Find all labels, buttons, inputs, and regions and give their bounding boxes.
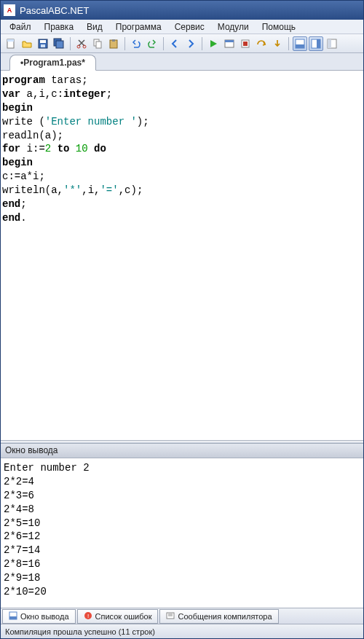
code-token: '*'	[63, 184, 82, 196]
menu-edit[interactable]: Правка	[39, 20, 80, 34]
bottom-tabstrip: Окно вывода ! Список ошибок Сообщения ко…	[1, 608, 363, 624]
bottom-tab-errors[interactable]: ! Список ошибок	[77, 609, 159, 624]
undo-icon[interactable]	[129, 36, 143, 51]
svg-rect-22	[328, 39, 331, 48]
code-token: var	[2, 88, 20, 100]
app-window: A PascalABC.NET Файл Правка Вид Программ…	[0, 0, 364, 639]
code-token: end	[2, 212, 20, 224]
copy-icon[interactable]	[90, 36, 105, 51]
code-token: writeln(a,	[2, 184, 63, 196]
code-token: ,c);	[119, 184, 143, 196]
nav-back-icon[interactable]	[167, 36, 182, 51]
save-all-icon[interactable]	[52, 36, 66, 51]
code-token: write (	[2, 116, 45, 128]
menu-program[interactable]: Программа	[110, 20, 167, 34]
save-icon[interactable]	[36, 36, 50, 51]
svg-rect-20	[317, 39, 320, 48]
code-token: for	[2, 143, 20, 154]
output-panel[interactable]: Enter number 2 2*2=4 2*3=6 2*4=8 2*5=10 …	[1, 458, 363, 608]
code-token: ;	[20, 198, 26, 210]
stepover-icon[interactable]	[254, 36, 269, 51]
nav-fwd-icon[interactable]	[183, 36, 198, 51]
code-token: to	[58, 143, 70, 154]
output-line: 2*2=4	[4, 476, 34, 487]
code-token	[88, 143, 94, 154]
app-icon: A	[4, 4, 15, 16]
stepin-icon[interactable]	[270, 36, 285, 51]
code-token: ;	[106, 88, 112, 100]
menu-view[interactable]: Вид	[81, 20, 108, 34]
output-line: 2*3=6	[4, 490, 34, 501]
redo-icon[interactable]	[145, 36, 159, 51]
watch-panel-icon[interactable]	[325, 36, 339, 51]
svg-rect-14	[225, 40, 234, 42]
toolbar-separator	[70, 37, 71, 50]
menu-service[interactable]: Сервис	[169, 20, 210, 34]
svg-rect-6	[56, 41, 63, 48]
code-token: taras;	[45, 74, 88, 86]
svg-rect-18	[296, 44, 304, 48]
output-line: 2*5=10	[4, 517, 40, 529]
output-line: 2*9=18	[4, 572, 40, 584]
output-panel-title: Окно вывода	[1, 444, 363, 458]
compile-icon[interactable]	[222, 36, 237, 51]
messages-tab-icon	[166, 611, 175, 622]
svg-rect-12	[112, 39, 115, 42]
output-line: 2*7=14	[4, 544, 40, 556]
new-file-icon[interactable]	[4, 36, 18, 51]
svg-rect-16	[243, 42, 248, 46]
window-title: PascalABC.NET	[20, 5, 89, 16]
code-token: program	[2, 74, 45, 86]
code-token: .	[20, 212, 26, 224]
code-token: i:=	[20, 143, 45, 154]
code-token: c:=a*i;	[2, 170, 45, 182]
menu-help[interactable]: Помощь	[256, 20, 301, 34]
code-token	[51, 143, 57, 154]
open-folder-icon[interactable]	[20, 36, 34, 51]
editor-tab-label: •Program1.pas*	[20, 58, 85, 68]
output-line: 2*4=8	[4, 503, 34, 515]
errors-tab-icon: !	[84, 611, 92, 622]
code-token: 10	[76, 143, 88, 154]
output-panel-icon[interactable]	[293, 36, 307, 51]
code-token: '='	[100, 184, 118, 196]
menu-modules[interactable]: Модули	[212, 20, 255, 34]
svg-rect-3	[40, 40, 46, 43]
svg-rect-24	[9, 616, 17, 619]
cut-icon[interactable]	[74, 36, 89, 51]
output-line: 2*10=20	[4, 586, 47, 597]
menu-file[interactable]: Файл	[4, 20, 37, 34]
statusbar: Компиляция прошла успешно (11 строк)	[1, 624, 363, 638]
code-token: );	[137, 116, 149, 128]
paste-icon[interactable]	[106, 36, 121, 51]
toolbar-separator	[288, 37, 289, 50]
toolbar-separator	[124, 37, 125, 50]
titlebar[interactable]: A PascalABC.NET	[1, 1, 363, 20]
run-icon[interactable]	[206, 36, 221, 51]
errors-panel-icon[interactable]	[309, 36, 323, 51]
code-token: ,i,	[82, 184, 100, 196]
svg-rect-1	[7, 39, 14, 42]
toolbar-separator	[202, 37, 202, 50]
svg-rect-10	[96, 42, 101, 48]
menubar: Файл Правка Вид Программа Сервис Модули …	[1, 20, 363, 34]
code-token: begin	[2, 102, 33, 114]
editor-tab[interactable]: •Program1.pas*	[9, 55, 96, 71]
stop-icon[interactable]	[238, 36, 253, 51]
output-line: 2*8=16	[4, 558, 40, 570]
editor-tabstrip: •Program1.pas*	[1, 53, 363, 71]
status-text: Компиляция прошла успешно (11 строк)	[5, 627, 155, 636]
output-line: Enter number 2	[4, 462, 90, 474]
code-token: do	[94, 143, 106, 154]
code-token: readln(a);	[2, 130, 63, 141]
toolbar-separator	[163, 37, 164, 50]
code-token	[69, 143, 75, 154]
bottom-tab-messages[interactable]: Сообщения компилятора	[159, 609, 278, 624]
svg-text:!: !	[87, 613, 88, 619]
bottom-tab-output[interactable]: Окно вывода	[2, 609, 76, 624]
bottom-tab-label: Окно вывода	[20, 612, 69, 621]
bottom-tab-label: Список ошибок	[95, 612, 152, 621]
code-editor[interactable]: program taras; var a,i,c:integer; begin …	[1, 71, 363, 441]
svg-rect-4	[41, 44, 45, 47]
code-token: 'Enter number '	[45, 116, 137, 128]
